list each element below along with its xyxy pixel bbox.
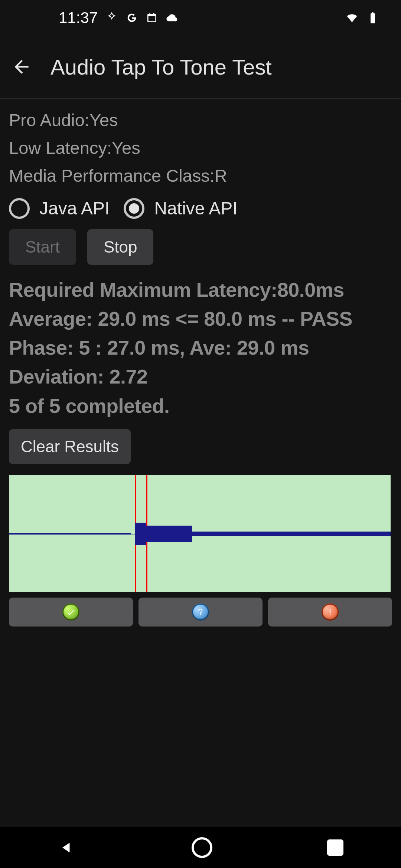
result-progress: 5 of 5 completed. xyxy=(9,391,392,420)
wf-tap-spike xyxy=(135,523,146,545)
wifi-icon xyxy=(345,11,359,24)
cloud-icon xyxy=(166,12,178,24)
status-bar: 11:37 xyxy=(0,0,401,36)
result-required: Required Maximum Latency:80.0ms xyxy=(9,275,392,304)
fail-button[interactable] xyxy=(268,598,392,627)
wf-tone-burst xyxy=(146,526,192,542)
status-left: 11:37 xyxy=(18,9,178,27)
pass-button[interactable] xyxy=(9,598,133,627)
exclamation-icon xyxy=(322,604,339,621)
media-perf-label: Media Performance Class: xyxy=(9,166,215,185)
check-icon xyxy=(62,604,79,621)
clock: 11:37 xyxy=(59,9,98,27)
content: Pro Audio:Yes Low Latency:Yes Media Perf… xyxy=(0,99,401,627)
clear-results-button[interactable]: Clear Results xyxy=(9,429,131,464)
pro-audio-value: Yes xyxy=(89,110,118,130)
back-arrow-icon[interactable] xyxy=(11,56,32,77)
pro-audio-line: Pro Audio:Yes xyxy=(9,106,392,134)
pro-audio-label: Pro Audio: xyxy=(9,110,89,130)
battery-charging-icon xyxy=(366,11,379,24)
start-button[interactable]: Start xyxy=(9,229,76,265)
nav-recents-icon[interactable] xyxy=(327,839,343,856)
result-deviation: Deviation: 2.72 xyxy=(9,362,392,391)
wf-noise-pre xyxy=(9,533,131,535)
pinwheel-icon xyxy=(106,12,118,24)
low-latency-label: Low Latency: xyxy=(9,138,112,158)
nav-home-icon[interactable] xyxy=(192,837,212,858)
results-block: Required Maximum Latency:80.0ms Average:… xyxy=(9,275,392,420)
low-latency-value: Yes xyxy=(112,138,140,158)
calendar-icon xyxy=(146,12,158,24)
nav-back-icon[interactable] xyxy=(58,838,77,857)
page-title: Audio Tap To Tone Test xyxy=(50,55,272,79)
app-bar: Audio Tap To Tone Test xyxy=(0,36,401,99)
media-perf-line: Media Performance Class:R xyxy=(9,162,392,190)
waveform-view xyxy=(9,475,391,592)
result-action-row xyxy=(9,598,392,627)
google-icon xyxy=(126,12,138,24)
start-stop-row: Start Stop xyxy=(9,229,392,265)
result-phase: Phase: 5 : 27.0 ms, Ave: 29.0 ms xyxy=(9,333,392,362)
media-perf-value: R xyxy=(215,166,227,185)
result-average: Average: 29.0 ms <= 80.0 ms -- PASS xyxy=(9,304,392,333)
stop-button[interactable]: Stop xyxy=(87,229,154,265)
api-radio-group: Java API Native API xyxy=(9,198,392,219)
native-api-radio[interactable] xyxy=(124,198,144,219)
status-right xyxy=(345,11,383,24)
java-api-label: Java API xyxy=(39,198,110,218)
low-latency-line: Low Latency:Yes xyxy=(9,134,392,162)
native-api-label: Native API xyxy=(154,198,237,218)
question-icon xyxy=(192,604,209,621)
java-api-radio[interactable] xyxy=(9,198,30,219)
wf-tail xyxy=(192,532,391,536)
navigation-bar xyxy=(0,827,401,868)
info-button[interactable] xyxy=(138,598,263,627)
